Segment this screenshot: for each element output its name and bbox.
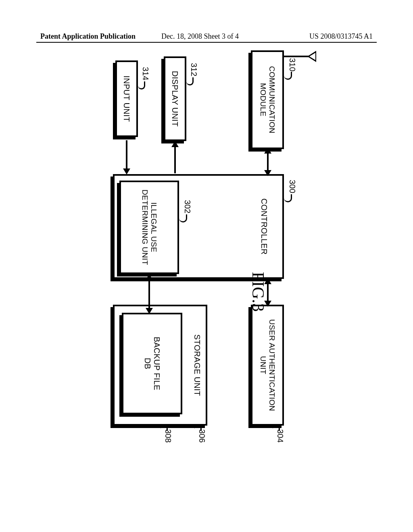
figure-caption: FIG.3 (248, 272, 268, 312)
block-user-authentication-unit: USER AUTHENTICATIONUNIT (251, 305, 284, 426)
ref-312: 312 (189, 63, 198, 76)
ref-308: 308 (163, 429, 173, 443)
block-storage-unit-label: STORAGE UNIT (192, 332, 202, 397)
block-input-unit-label: INPUT UNIT (122, 74, 131, 124)
header-date-sheet: Dec. 18, 2008 Sheet 3 of 4 (161, 32, 239, 41)
block-illegal-use-determining-unit: ILLEGAL USEDETERMINING UNIT (119, 181, 179, 274)
ref-302: 302 (183, 200, 192, 213)
header-publication-number: US 2008/0313745 A1 (309, 32, 373, 41)
block-user-authentication-label: USER AUTHENTICATIONUNIT (259, 318, 276, 413)
arrow-input-controller-head (123, 168, 130, 175)
block-communication-module-label: COMMUNICATIONMODULE (259, 64, 276, 135)
block-illegal-use-label: ILLEGAL USEDETERMINING UNIT (140, 188, 158, 266)
block-display-unit-label: DISPLAY UNIT (171, 69, 180, 128)
arrow-illegal-backup-head-r (146, 308, 153, 314)
ref-308-leader (161, 425, 168, 431)
ref-304: 304 (275, 429, 285, 443)
antenna-stem (284, 56, 310, 57)
arrow-controller-display (174, 145, 176, 173)
block-communication-module: COMMUNICATIONMODULE (251, 50, 284, 149)
header-publication: Patent Application Publication (40, 32, 136, 41)
block-controller-label: CONTROLLER (259, 197, 269, 256)
ref-304-leader (273, 425, 280, 431)
block-backup-file-db: BACKUP FILEDB (122, 313, 182, 414)
arrow-controller-display-head (171, 141, 179, 147)
ref-306: 306 (197, 429, 206, 443)
ref-306-leader (194, 425, 202, 431)
block-diagram: COMMUNICATIONMODULE 310 DISPLAY UNIT 312… (32, 85, 319, 310)
arrow-comm-controller-head-r (264, 170, 271, 176)
block-input-unit: INPUT UNIT (115, 60, 138, 137)
arrow-input-controller (126, 140, 127, 169)
ref-300-leader (284, 194, 292, 202)
ref-300: 300 (288, 180, 297, 193)
ref-312-leader (186, 77, 194, 85)
antenna-icon-inner (309, 53, 315, 60)
ref-310: 310 (288, 58, 297, 71)
ref-310-leader (284, 72, 292, 80)
ref-302-leader (179, 214, 187, 222)
arrow-comm-controller (267, 152, 269, 172)
header-rule (36, 42, 377, 43)
arrow-illegal-backup (148, 278, 150, 310)
ref-314: 314 (141, 67, 150, 80)
ref-314-leader (138, 81, 145, 89)
block-display-unit: DISPLAY UNIT (164, 56, 186, 141)
arrow-illegal-backup-head-l (146, 274, 153, 280)
arrow-comm-controller-head-l (264, 148, 271, 154)
block-backup-file-db-label: BACKUP FILEDB (143, 335, 161, 392)
